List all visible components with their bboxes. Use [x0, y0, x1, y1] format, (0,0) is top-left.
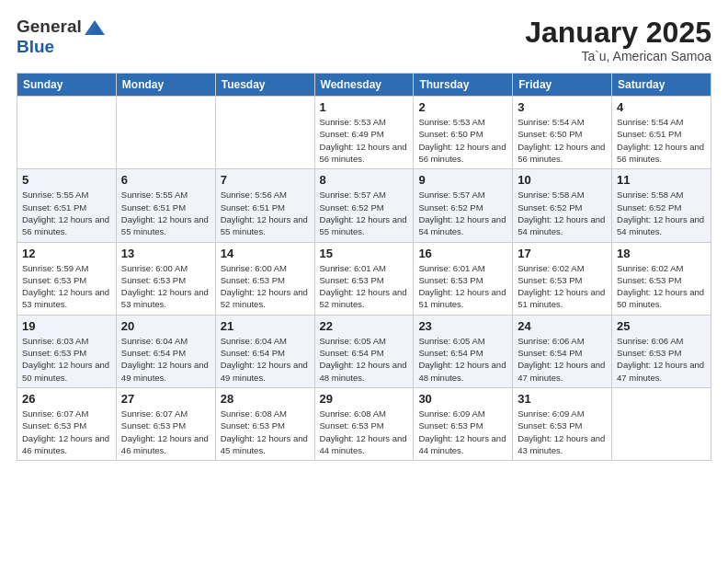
sunset-label: Sunset: 6:52 PM [418, 202, 483, 213]
day-number: 20 [121, 319, 210, 333]
sunrise-label: Sunrise: 6:04 AM [121, 336, 188, 346]
sunrise-label: Sunrise: 6:02 AM [518, 263, 584, 273]
daylight-label: Daylight: 12 hours and 52 minutes. [320, 287, 407, 309]
day-number: 5 [22, 173, 111, 187]
day-info: Sunrise: 5:55 AMSunset: 6:51 PMDaylight:… [121, 189, 210, 237]
calendar-cell: 12Sunrise: 5:59 AMSunset: 6:53 PMDayligh… [17, 242, 117, 315]
day-info: Sunrise: 6:05 AMSunset: 6:54 PMDaylight:… [418, 335, 507, 384]
day-info: Sunrise: 6:08 AMSunset: 6:53 PMDaylight:… [221, 408, 310, 456]
daylight-label: Daylight: 12 hours and 50 minutes. [617, 287, 704, 309]
logo-blue: Blue [17, 37, 54, 56]
calendar-cell: 13Sunrise: 6:00 AMSunset: 6:53 PMDayligh… [116, 242, 215, 315]
sunset-label: Sunset: 6:53 PM [221, 275, 285, 285]
calendar-cell: 25Sunrise: 6:06 AMSunset: 6:53 PMDayligh… [612, 315, 711, 387]
sunset-label: Sunset: 6:53 PM [320, 420, 384, 431]
sunset-label: Sunset: 6:51 PM [221, 202, 285, 213]
day-number: 26 [22, 392, 111, 406]
daylight-label: Daylight: 12 hours and 53 minutes. [121, 287, 209, 309]
calendar-cell: 22Sunrise: 6:05 AMSunset: 6:54 PMDayligh… [314, 315, 414, 387]
sunrise-label: Sunrise: 5:57 AM [320, 190, 386, 200]
sunset-label: Sunset: 6:51 PM [22, 202, 86, 213]
calendar-cell: 27Sunrise: 6:07 AMSunset: 6:53 PMDayligh… [116, 387, 215, 460]
sunrise-label: Sunrise: 6:08 AM [320, 408, 386, 419]
calendar-week-row: 1Sunrise: 5:53 AMSunset: 6:49 PMDaylight… [17, 97, 711, 169]
calendar-week-row: 12Sunrise: 5:59 AMSunset: 6:53 PMDayligh… [17, 242, 711, 315]
sunset-label: Sunset: 6:53 PM [418, 275, 483, 285]
logo: General Blue [17, 17, 105, 57]
page: General Blue January 2025 Ta`u, American… [0, 0, 728, 470]
day-number: 3 [518, 100, 607, 114]
day-info: Sunrise: 6:05 AMSunset: 6:54 PMDaylight:… [320, 335, 409, 384]
daylight-label: Daylight: 12 hours and 49 minutes. [221, 360, 308, 382]
calendar-cell: 17Sunrise: 6:02 AMSunset: 6:53 PMDayligh… [513, 242, 612, 315]
sunrise-label: Sunrise: 6:02 AM [617, 263, 683, 273]
sunrise-label: Sunrise: 6:09 AM [518, 408, 584, 419]
sunset-label: Sunset: 6:53 PM [518, 420, 582, 431]
day-info: Sunrise: 6:04 AMSunset: 6:54 PMDaylight:… [221, 335, 310, 384]
sunset-label: Sunset: 6:49 PM [320, 129, 384, 139]
sunrise-label: Sunrise: 6:04 AM [221, 336, 287, 346]
weekday-header-saturday: Saturday [612, 74, 711, 97]
sunrise-label: Sunrise: 5:55 AM [121, 190, 188, 200]
daylight-label: Daylight: 12 hours and 52 minutes. [221, 287, 308, 309]
weekday-header-wednesday: Wednesday [314, 74, 414, 97]
daylight-label: Daylight: 12 hours and 45 minutes. [221, 433, 308, 455]
sunrise-label: Sunrise: 5:57 AM [418, 190, 484, 200]
weekday-header-tuesday: Tuesday [215, 74, 314, 97]
calendar-cell: 28Sunrise: 6:08 AMSunset: 6:53 PMDayligh… [215, 387, 314, 460]
day-info: Sunrise: 5:54 AMSunset: 6:51 PMDaylight:… [617, 116, 706, 165]
day-number: 16 [418, 247, 507, 260]
sunrise-label: Sunrise: 5:56 AM [221, 190, 287, 200]
sunrise-label: Sunrise: 5:53 AM [418, 117, 484, 127]
day-info: Sunrise: 6:00 AMSunset: 6:53 PMDaylight:… [121, 262, 210, 311]
calendar-cell: 6Sunrise: 5:55 AMSunset: 6:51 PMDaylight… [116, 169, 215, 242]
daylight-label: Daylight: 12 hours and 51 minutes. [518, 287, 605, 309]
day-info: Sunrise: 6:02 AMSunset: 6:53 PMDaylight:… [518, 262, 607, 311]
sunset-label: Sunset: 6:53 PM [617, 275, 681, 285]
day-info: Sunrise: 6:03 AMSunset: 6:53 PMDaylight:… [22, 335, 111, 384]
weekday-header-row: SundayMondayTuesdayWednesdayThursdayFrid… [17, 74, 711, 97]
daylight-label: Daylight: 12 hours and 55 minutes. [221, 214, 308, 236]
header: General Blue January 2025 Ta`u, American… [17, 17, 711, 63]
calendar-cell: 14Sunrise: 6:00 AMSunset: 6:53 PMDayligh… [215, 242, 314, 315]
calendar-cell: 18Sunrise: 6:02 AMSunset: 6:53 PMDayligh… [612, 242, 711, 315]
calendar-cell: 20Sunrise: 6:04 AMSunset: 6:54 PMDayligh… [116, 315, 215, 387]
daylight-label: Daylight: 12 hours and 50 minutes. [22, 360, 109, 382]
sunrise-label: Sunrise: 6:06 AM [518, 336, 584, 346]
day-number: 13 [121, 247, 210, 260]
sunset-label: Sunset: 6:54 PM [320, 348, 384, 358]
calendar-title: January 2025 [525, 17, 711, 49]
sunrise-label: Sunrise: 6:05 AM [320, 336, 386, 346]
day-number: 8 [320, 173, 409, 187]
calendar-cell: 24Sunrise: 6:06 AMSunset: 6:54 PMDayligh… [513, 315, 612, 387]
daylight-label: Daylight: 12 hours and 54 minutes. [418, 214, 506, 236]
daylight-label: Daylight: 12 hours and 46 minutes. [22, 433, 109, 455]
day-info: Sunrise: 5:53 AMSunset: 6:49 PMDaylight:… [320, 116, 409, 165]
sunrise-label: Sunrise: 5:58 AM [518, 190, 584, 200]
calendar-cell: 2Sunrise: 5:53 AMSunset: 6:50 PMDaylight… [414, 97, 513, 169]
sunrise-label: Sunrise: 6:05 AM [418, 336, 484, 346]
day-number: 19 [22, 319, 111, 333]
day-info: Sunrise: 5:57 AMSunset: 6:52 PMDaylight:… [418, 189, 507, 237]
sunset-label: Sunset: 6:52 PM [320, 202, 384, 213]
sunset-label: Sunset: 6:53 PM [418, 420, 483, 431]
calendar-cell [17, 97, 117, 169]
day-number: 1 [320, 100, 409, 114]
sunrise-label: Sunrise: 6:07 AM [22, 408, 88, 419]
daylight-label: Daylight: 12 hours and 54 minutes. [518, 214, 605, 236]
calendar-cell [215, 97, 314, 169]
day-info: Sunrise: 6:09 AMSunset: 6:53 PMDaylight:… [518, 408, 607, 456]
calendar-week-row: 26Sunrise: 6:07 AMSunset: 6:53 PMDayligh… [17, 387, 711, 460]
sunrise-label: Sunrise: 6:00 AM [221, 263, 287, 273]
sunrise-label: Sunrise: 6:03 AM [22, 336, 88, 346]
calendar-cell: 10Sunrise: 5:58 AMSunset: 6:52 PMDayligh… [513, 169, 612, 242]
weekday-header-thursday: Thursday [414, 74, 513, 97]
day-info: Sunrise: 6:00 AMSunset: 6:53 PMDaylight:… [221, 262, 310, 311]
daylight-label: Daylight: 12 hours and 56 minutes. [22, 214, 109, 236]
daylight-label: Daylight: 12 hours and 53 minutes. [22, 287, 109, 309]
daylight-label: Daylight: 12 hours and 44 minutes. [320, 433, 407, 455]
calendar-cell: 23Sunrise: 6:05 AMSunset: 6:54 PMDayligh… [414, 315, 513, 387]
sunset-label: Sunset: 6:54 PM [518, 348, 582, 358]
day-number: 30 [418, 392, 507, 406]
calendar-cell: 29Sunrise: 6:08 AMSunset: 6:53 PMDayligh… [314, 387, 414, 460]
